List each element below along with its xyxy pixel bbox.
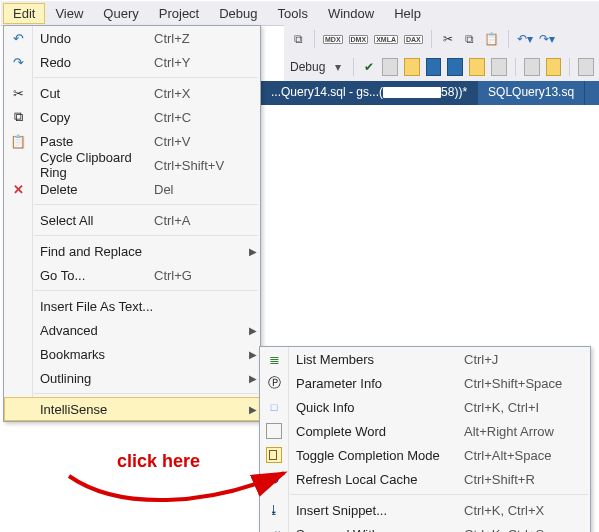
menu-view[interactable]: View <box>45 3 93 24</box>
toolbar-button[interactable] <box>447 58 463 76</box>
menu-cycle-clipboard[interactable]: Cycle Clipboard RingCtrl+Shift+V <box>4 153 260 177</box>
tool-icon[interactable]: ⧉ <box>290 31 306 47</box>
undo-icon[interactable]: ↶▾ <box>517 31 533 47</box>
annotation-text: click here <box>117 451 200 472</box>
toolbar-row-1: ⧉ MDX DMX XMLA DAX ✂ ⧉ 📋 ↶▾ ↷▾ <box>284 25 599 54</box>
menu-query[interactable]: Query <box>93 3 148 24</box>
menu-goto[interactable]: Go To...Ctrl+G <box>4 263 260 287</box>
menu-complete-word[interactable]: Complete WordAlt+Right Arrow <box>260 419 590 443</box>
menu-list-members[interactable]: ≣List MembersCtrl+J <box>260 347 590 371</box>
menu-project[interactable]: Project <box>149 3 209 24</box>
surround-icon: ⭲ <box>268 527 280 532</box>
separator <box>34 204 258 205</box>
menu-outlining[interactable]: Outlining▶ <box>4 366 260 390</box>
chevron-right-icon: ▶ <box>246 349 260 360</box>
chevron-right-icon: ▶ <box>246 373 260 384</box>
delete-icon: ✕ <box>13 182 24 197</box>
tab-label: ...Query14.sql - gs...( <box>271 85 383 99</box>
undo-icon: ↶ <box>13 31 24 46</box>
menu-edit[interactable]: Edit <box>3 3 45 24</box>
paste-icon[interactable]: 📋 <box>484 31 500 47</box>
debug-button[interactable]: Debug <box>290 60 325 74</box>
menu-parameter-info[interactable]: ⓅParameter InfoCtrl+Shift+Space <box>260 371 590 395</box>
menu-delete[interactable]: ✕DeleteDel <box>4 177 260 201</box>
toolbar-button[interactable] <box>546 58 562 76</box>
copy-icon: ⧉ <box>14 109 23 125</box>
menu-redo[interactable]: ↷RedoCtrl+Y <box>4 50 260 74</box>
intellisense-submenu: ≣List MembersCtrl+J ⓅParameter InfoCtrl+… <box>259 346 591 532</box>
menu-cut[interactable]: ✂CutCtrl+X <box>4 81 260 105</box>
doc-tab[interactable]: SQLQuery13.sq <box>478 81 585 105</box>
separator <box>290 494 588 495</box>
complete-word-icon <box>266 423 282 439</box>
menu-surround-with[interactable]: ⭲Surround With...Ctrl+K, Ctrl+S <box>260 522 590 532</box>
quick-info-icon: □ <box>271 401 278 413</box>
menu-refresh-cache[interactable]: ↻Refresh Local CacheCtrl+Shift+R <box>260 467 590 491</box>
toggle-completion-icon <box>266 447 282 463</box>
menu-insert-snippet[interactable]: ⭳Insert Snippet...Ctrl+K, Ctrl+X <box>260 498 590 522</box>
separator <box>569 58 570 76</box>
menu-intellisense[interactable]: IntelliSense▶ <box>4 397 260 421</box>
menu-toggle-completion[interactable]: Toggle Completion ModeCtrl+Alt+Space <box>260 443 590 467</box>
menu-find-replace[interactable]: Find and Replace▶ <box>4 239 260 263</box>
mdx-icon[interactable]: MDX <box>323 35 343 44</box>
chevron-right-icon: ▶ <box>246 325 260 336</box>
menu-advanced[interactable]: Advanced▶ <box>4 318 260 342</box>
menu-insert-file[interactable]: Insert File As Text... <box>4 294 260 318</box>
separator <box>34 290 258 291</box>
chevron-right-icon: ▶ <box>246 246 260 257</box>
toolbar-row-2: Debug ▾ ✔ <box>284 53 599 82</box>
separator <box>34 77 258 78</box>
separator <box>34 235 258 236</box>
separator <box>515 58 516 76</box>
menu-bookmarks[interactable]: Bookmarks▶ <box>4 342 260 366</box>
menu-help[interactable]: Help <box>384 3 431 24</box>
app-window: { "menubar": { "items": ["Edit","View","… <box>0 0 599 532</box>
parameter-info-icon: Ⓟ <box>268 374 281 392</box>
toolbar-button[interactable] <box>578 58 594 76</box>
menu-copy[interactable]: ⧉CopyCtrl+C <box>4 105 260 129</box>
menu-select-all[interactable]: Select AllCtrl+A <box>4 208 260 232</box>
dax-icon[interactable]: DAX <box>404 35 423 44</box>
menu-window[interactable]: Window <box>318 3 384 24</box>
separator <box>353 58 354 76</box>
refresh-icon: ↻ <box>269 472 280 487</box>
toolbar-button[interactable] <box>404 58 420 76</box>
list-members-icon: ≣ <box>269 352 280 367</box>
separator <box>314 30 315 48</box>
redacted-box <box>383 87 441 98</box>
menu-tools[interactable]: Tools <box>268 3 318 24</box>
dmx-icon[interactable]: DMX <box>349 35 369 44</box>
toolbar-button[interactable] <box>524 58 540 76</box>
check-icon[interactable]: ✔ <box>362 59 376 75</box>
tab-label: 58))* <box>441 85 467 99</box>
chevron-right-icon: ▶ <box>246 404 260 415</box>
separator <box>431 30 432 48</box>
cut-icon: ✂ <box>13 86 24 101</box>
redo-icon: ↷ <box>13 55 24 70</box>
xmla-icon[interactable]: XMLA <box>374 35 398 44</box>
menu-bar: Edit View Query Project Debug Tools Wind… <box>1 1 599 26</box>
separator <box>508 30 509 48</box>
copy-icon[interactable]: ⧉ <box>462 31 478 47</box>
cut-icon[interactable]: ✂ <box>440 31 456 47</box>
menu-undo[interactable]: ↶UndoCtrl+Z <box>4 26 260 50</box>
dropdown-icon[interactable]: ▾ <box>331 59 345 75</box>
menu-debug[interactable]: Debug <box>209 3 267 24</box>
separator <box>34 393 258 394</box>
edit-dropdown: ↶UndoCtrl+Z ↷RedoCtrl+Y ✂CutCtrl+X ⧉Copy… <box>3 25 261 422</box>
toolbar-button[interactable] <box>426 58 442 76</box>
doc-tab-active[interactable]: ...Query14.sql - gs...(58))* <box>261 81 478 105</box>
toolbar-button[interactable] <box>382 58 398 76</box>
paste-icon: 📋 <box>10 134 26 149</box>
snippet-icon: ⭳ <box>268 503 280 517</box>
toolbar-button[interactable] <box>469 58 485 76</box>
menu-quick-info[interactable]: □Quick InfoCtrl+K, Ctrl+I <box>260 395 590 419</box>
document-tabs: ...Query14.sql - gs...(58))* SQLQuery13.… <box>261 81 599 105</box>
redo-icon[interactable]: ↷▾ <box>539 31 555 47</box>
toolbar-button[interactable] <box>491 58 507 76</box>
